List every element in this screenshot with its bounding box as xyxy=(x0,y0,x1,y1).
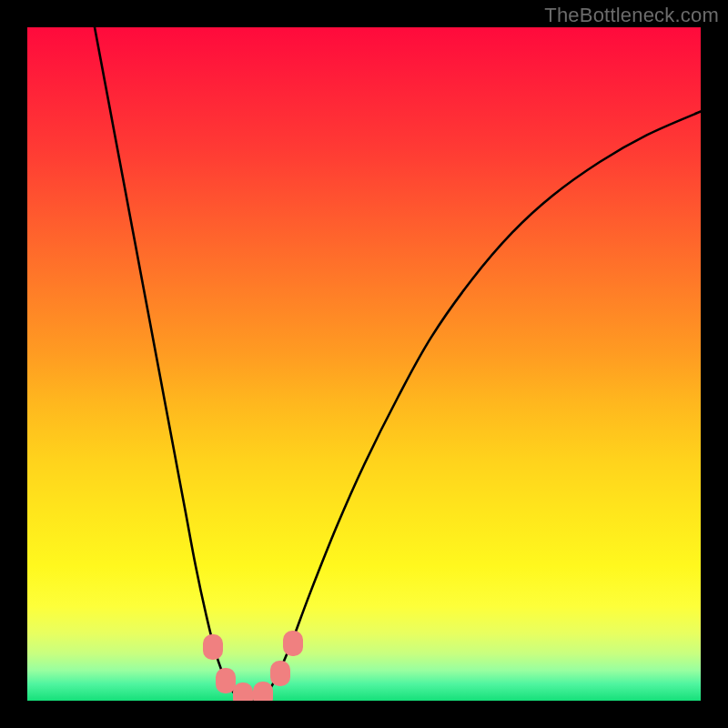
curve-marker xyxy=(270,661,290,686)
curve-marker xyxy=(283,631,303,656)
curve-marker xyxy=(253,682,273,701)
plot-area xyxy=(27,27,701,701)
chart-frame: TheBottleneck.com xyxy=(0,0,728,728)
attribution-text: TheBottleneck.com xyxy=(544,4,719,27)
curve-marker xyxy=(203,634,223,660)
curve-markers xyxy=(27,27,701,701)
curve-marker xyxy=(233,682,253,701)
